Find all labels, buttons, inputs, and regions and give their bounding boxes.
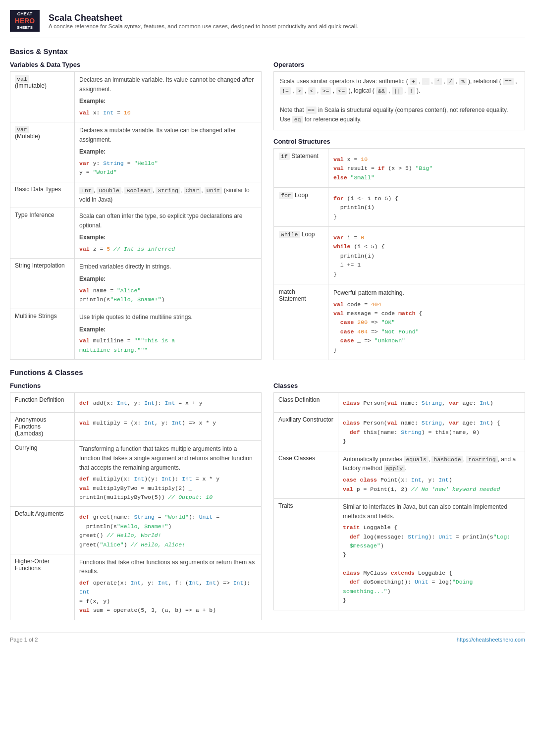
traits-key: Traits xyxy=(274,498,338,610)
default-args-key: Default Arguments xyxy=(10,507,75,554)
operators-desc2: Note that == in Scala is structural equa… xyxy=(280,106,519,125)
boolean-code: Boolean xyxy=(124,187,152,194)
char-code: Char xyxy=(184,187,202,194)
basic-types-label: Basic Data Types xyxy=(15,186,61,193)
variables-table: val (Immutable) Declares an immutable va… xyxy=(10,71,262,360)
anon-func-val: val multiply = (x: Int, y: Int) => x * y xyxy=(75,413,262,441)
func-def-label: Function Definition xyxy=(15,396,64,403)
classes-table: Class Definition class Person(val name: … xyxy=(273,392,525,610)
traits-val: Similar to interfaces in Java, but can a… xyxy=(338,498,525,610)
string-interp-val: Embed variables directly in strings. Exa… xyxy=(75,259,262,309)
control-subtitle: Control Structures xyxy=(273,138,525,145)
aux-constructor-label: Auxiliary Constructor xyxy=(278,416,333,423)
basics-section-title: Basics & Syntax xyxy=(10,47,525,57)
multiline-code: val multiline = """This is a multiline s… xyxy=(79,336,257,355)
unit-code: Unit xyxy=(205,187,222,194)
functions-section-title: Functions & Classes xyxy=(10,368,525,378)
for-code: for (i <- 1 to 5) { println(i) } xyxy=(333,194,520,221)
table-row: Higher-Order Functions Functions that ta… xyxy=(10,554,262,620)
type-inference-desc: Scala can often infer the type, so expli… xyxy=(79,213,243,229)
table-row: Anonymous Functions (Lambdas) val multip… xyxy=(10,413,262,441)
footer-url[interactable]: https://cheatsheetshero.com xyxy=(457,637,525,643)
currying-key: Currying xyxy=(10,441,75,507)
currying-desc: Transforming a function that takes multi… xyxy=(79,445,253,471)
table-row: Class Definition class Person(val name: … xyxy=(274,392,525,412)
logo-box: CHEAT HERO SHEETS xyxy=(10,10,40,32)
header-title-block: Scala Cheatsheet A concise reference for… xyxy=(49,13,358,29)
anon-func-label: Anonymous Functions (Lambdas) xyxy=(15,416,46,437)
class-def-code: class Person(val name: String, var age: … xyxy=(343,399,520,408)
logo-cheat: CHEAT xyxy=(17,11,32,17)
table-row: for Loop for (i <- 1 to 5) { println(i) … xyxy=(274,187,525,226)
variables-subtitle: Variables & Data Types xyxy=(10,61,262,68)
logo-hero: HERO xyxy=(15,17,35,25)
traits-code: trait Loggable { def log(message: String… xyxy=(343,523,520,605)
operators-control-col: Operators Scala uses similar operators t… xyxy=(273,61,525,360)
table-row: Default Arguments def greet(name: String… xyxy=(10,507,262,554)
var-val: Declares an immutable variable. Its valu… xyxy=(75,72,262,122)
higher-order-key: Higher-Order Functions xyxy=(10,554,75,620)
int-code: Int xyxy=(79,187,94,194)
table-row: match Statement Powerful pattern matchin… xyxy=(274,284,525,360)
table-row: Type Inference Scala can often infer the… xyxy=(10,208,262,259)
multiline-key: Multiline Strings xyxy=(10,309,75,360)
operators-subtitle: Operators xyxy=(273,61,525,68)
match-code: val code = 404 val message = code match … xyxy=(333,300,520,355)
var-key: val (Immutable) xyxy=(10,72,75,122)
variables-col: Variables & Data Types val (Immutable) D… xyxy=(10,61,262,360)
double-code: Double xyxy=(97,187,121,194)
string-interp-label: String Interpolation xyxy=(15,262,65,269)
match-val: Powerful pattern matching. val code = 40… xyxy=(328,284,525,360)
table-row: val (Immutable) Declares an immutable va… xyxy=(10,72,262,122)
var-code: var xyxy=(15,126,29,133)
page-title: Scala Cheatsheet xyxy=(49,13,358,23)
table-row: Function Definition def add(x: Int, y: I… xyxy=(10,392,262,412)
traits-desc: Similar to interfaces in Java, but can a… xyxy=(343,503,507,520)
anon-func-key: Anonymous Functions (Lambdas) xyxy=(10,413,75,441)
val-desc: Declares an immutable variable. Its valu… xyxy=(79,76,254,93)
higher-order-val: Functions that take other functions as a… xyxy=(75,554,262,620)
multiline-label: Multiline Strings xyxy=(15,313,57,320)
while-val: var i = 0 while (i < 5) { println(i) i +… xyxy=(328,227,525,284)
functions-subtitle: Functions xyxy=(10,382,262,389)
while-key: while Loop xyxy=(274,227,328,284)
example-label-3: Example: xyxy=(79,233,257,242)
string-interp-desc: Embed variables directly in strings. xyxy=(79,263,171,270)
immutable-label: (Immutable) xyxy=(15,82,47,89)
string-code: String xyxy=(156,187,180,194)
table-row: Auxiliary Constructor class Person(val n… xyxy=(274,413,525,451)
table-row: if Statement val x = 10 val result = if … xyxy=(274,148,525,187)
var-example-code: var y: String = "Hello" y = "World" xyxy=(79,159,257,177)
page-header: CHEAT HERO SHEETS Scala Cheatsheet A con… xyxy=(10,10,525,38)
page-footer: Page 1 of 2 https://cheatsheetshero.com xyxy=(10,632,525,643)
mutable-label: (Mutable) xyxy=(15,133,40,140)
case-classes-label: Case Classes xyxy=(278,455,315,462)
table-row: Traits Similar to interfaces in Java, bu… xyxy=(274,498,525,610)
table-row: Multiline Strings Use triple quotes to d… xyxy=(10,309,262,360)
table-row: while Loop var i = 0 while (i < 5) { pri… xyxy=(274,227,525,284)
functions-col: Functions Function Definition def add(x:… xyxy=(10,382,262,620)
match-desc: Powerful pattern matching. xyxy=(333,289,404,296)
while-code: var i = 0 while (i < 5) { println(i) i +… xyxy=(333,233,520,279)
page-number: Page 1 of 2 xyxy=(10,637,38,643)
example-label-4: Example: xyxy=(79,274,257,284)
basics-two-col: Variables & Data Types val (Immutable) D… xyxy=(10,61,525,360)
string-interp-key: String Interpolation xyxy=(10,259,75,309)
case-classes-desc: Automatically provides equals, hashCode,… xyxy=(343,456,516,472)
anon-func-code: val multiply = (x: Int, y: Int) => x * y xyxy=(79,419,257,428)
class-def-val: class Person(val name: String, var age: … xyxy=(338,392,525,412)
logo-sheets: SHEETS xyxy=(17,25,33,30)
func-def-val: def add(x: Int, y: Int): Int = x + y xyxy=(75,392,262,412)
var-desc: Declares a mutable variable. Its value c… xyxy=(79,127,236,143)
page-subtitle: A concise reference for Scala syntax, fe… xyxy=(49,23,358,29)
aux-constructor-val: class Person(val name: String, var age: … xyxy=(338,413,525,451)
higher-order-label: Higher-Order Functions xyxy=(15,558,50,572)
case-classes-val: Automatically provides equals, hashCode,… xyxy=(338,451,525,498)
for-val: for (i <- 1 to 5) { println(i) } xyxy=(328,187,525,226)
basic-types-key: Basic Data Types xyxy=(10,182,75,208)
if-key: if Statement xyxy=(274,148,328,187)
type-inference-val: Scala can often infer the type, so expli… xyxy=(75,208,262,259)
func-def-key: Function Definition xyxy=(10,392,75,412)
classes-subtitle: Classes xyxy=(273,382,525,389)
table-row: Basic Data Types Int, Double, Boolean, S… xyxy=(10,182,262,208)
